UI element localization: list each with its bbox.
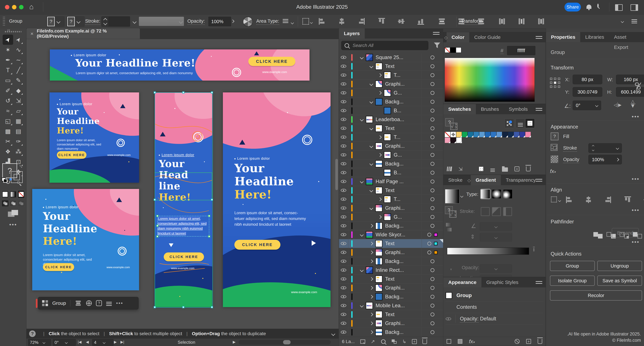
recolor-artwork-icon[interactable] [243, 17, 253, 27]
layer-row[interactable]: Text [339, 239, 443, 248]
stroke-weight-field[interactable] [109, 16, 130, 27]
tab-appearance[interactable]: Appearance [443, 277, 482, 287]
gradient-tool[interactable]: ▤ [13, 126, 24, 136]
visibility-eye-icon[interactable] [339, 118, 348, 121]
tab-stroke[interactable]: Stroke [443, 175, 468, 185]
align-top-icon[interactable] [624, 196, 631, 203]
layer-row[interactable]: Graphi... [339, 248, 443, 257]
align-vcenter-icon[interactable] [643, 196, 644, 203]
layer-name[interactable]: G... [394, 214, 422, 220]
fx-icon[interactable]: fx▾ [469, 339, 474, 345]
layer-name[interactable]: Text [385, 241, 422, 247]
stroke-weight-widget[interactable] [102, 16, 137, 26]
layer-row[interactable]: Text [339, 186, 443, 195]
target-circle-icon[interactable] [430, 330, 434, 334]
visibility-eye-icon[interactable] [339, 136, 348, 139]
target-circle-icon[interactable] [430, 162, 434, 166]
target-circle-icon[interactable] [430, 126, 434, 130]
tab-asset-export[interactable]: Asset Export [609, 32, 644, 42]
swatch[interactable] [525, 132, 531, 137]
align-right-icon[interactable] [358, 18, 365, 25]
last-artboard-icon[interactable]: ▶| [120, 340, 124, 344]
tab-swatches[interactable]: Swatches [443, 104, 476, 114]
radial-gradient-button[interactable] [492, 189, 501, 199]
expand-chevron-icon[interactable] [370, 65, 374, 68]
align-left-icon[interactable] [566, 196, 573, 203]
opacity-field[interactable]: 100% [208, 17, 231, 26]
next-artboard-icon[interactable]: ▶ [114, 340, 117, 344]
layers-search-field[interactable]: Search All [341, 41, 428, 50]
layer-row[interactable]: T... [339, 133, 443, 142]
draw-behind-button[interactable] [10, 200, 17, 207]
layer-row[interactable]: Text [339, 62, 443, 71]
visibility-eye-icon[interactable] [339, 180, 348, 183]
align-more-icon[interactable]: ••• [632, 209, 640, 211]
layer-row[interactable]: Text [339, 275, 443, 283]
visibility-eye-icon[interactable] [339, 109, 348, 112]
transform-label[interactable]: Transform [461, 18, 482, 25]
target-circle-icon[interactable] [430, 321, 434, 325]
align-to-icon[interactable] [551, 196, 557, 202]
expand-chevron-icon[interactable] [360, 269, 365, 271]
target-circle-icon[interactable] [427, 250, 431, 254]
expand-chevron-icon[interactable] [378, 136, 383, 139]
layer-name[interactable]: Half Page ... [376, 178, 422, 184]
color-themes-button[interactable] [504, 119, 514, 128]
line-segment-tool[interactable]: ╱ [13, 65, 24, 75]
canvas[interactable]: Lorem ipsum dolor Your Headline Here! Lo… [26, 39, 338, 329]
layer-thumbnail[interactable] [384, 134, 391, 141]
layer-name[interactable]: Text [385, 63, 422, 69]
distribute-hcenter-icon[interactable] [518, 18, 525, 25]
layer-thumbnail[interactable] [375, 187, 382, 194]
tab-libraries[interactable]: Libraries [580, 32, 609, 42]
row-eye-icon[interactable] [446, 317, 451, 320]
swatch-options-icon[interactable] [490, 169, 495, 169]
align-left-icon[interactable] [318, 18, 326, 25]
layer-row[interactable]: Leaderboa... [339, 115, 443, 124]
rotate-tool[interactable]: ↺ [3, 96, 13, 106]
stroke-stepper[interactable] [588, 143, 598, 153]
swatch[interactable] [444, 137, 450, 143]
target-circle-icon[interactable] [430, 179, 434, 183]
control-bar-menu-icon[interactable] [632, 19, 637, 20]
brush-definition-dropdown[interactable] [139, 17, 184, 26]
tab-transparency[interactable]: Transparency [501, 175, 540, 185]
visibility-eye-icon[interactable] [339, 65, 348, 68]
zoom-level-select[interactable]: 72% [28, 339, 51, 346]
visibility-eye-icon[interactable] [339, 171, 348, 174]
black-swatch[interactable] [450, 47, 456, 53]
delete-swatch-icon[interactable] [526, 167, 530, 171]
gradient-aspect-select[interactable] [480, 233, 512, 242]
delete-item-icon[interactable] [538, 339, 542, 344]
direct-selection-tool[interactable]: ➤ [13, 35, 24, 45]
layer-thumbnail[interactable] [375, 275, 382, 283]
target-circle-icon[interactable] [430, 144, 434, 148]
visibility-eye-icon[interactable] [339, 206, 348, 210]
swatch[interactable] [508, 132, 514, 137]
appearance-menu-icon[interactable] [536, 281, 542, 282]
layer-name[interactable]: Backg... [385, 258, 422, 264]
align-hcenter-icon[interactable] [585, 196, 592, 203]
expand-chevron-icon[interactable] [370, 100, 374, 103]
fill-stroke-proxy[interactable]: ? ??? [445, 118, 460, 131]
help-icon[interactable]: ? [96, 300, 102, 306]
target-circle-icon[interactable] [430, 73, 434, 77]
layer-name[interactable]: Backg... [385, 223, 422, 229]
linear-gradient-button[interactable] [481, 189, 490, 199]
swatch[interactable] [462, 132, 468, 137]
transform-more-icon[interactable]: ••• [632, 116, 640, 117]
layer-name[interactable]: Text [385, 312, 422, 318]
visibility-eye-icon[interactable] [339, 304, 348, 307]
color-menu-icon[interactable] [536, 36, 542, 37]
paragraph-align-icon[interactable] [283, 19, 288, 20]
layer-thumbnail[interactable] [375, 125, 382, 132]
clear-appearance-icon[interactable] [515, 339, 520, 344]
layer-thumbnail[interactable] [384, 151, 391, 159]
fill-swatch[interactable]: ? [551, 133, 558, 140]
rotate-chevron[interactable] [592, 101, 601, 110]
stroke-within-button[interactable] [481, 207, 490, 216]
list-view-button[interactable] [516, 119, 525, 128]
selected-text-frame[interactable]: Lorem ipsum dolor sit amet, consectetuer… [157, 216, 209, 236]
layer-row[interactable]: Graphi... [339, 204, 443, 212]
blend-tool[interactable]: ❖ [3, 147, 13, 157]
